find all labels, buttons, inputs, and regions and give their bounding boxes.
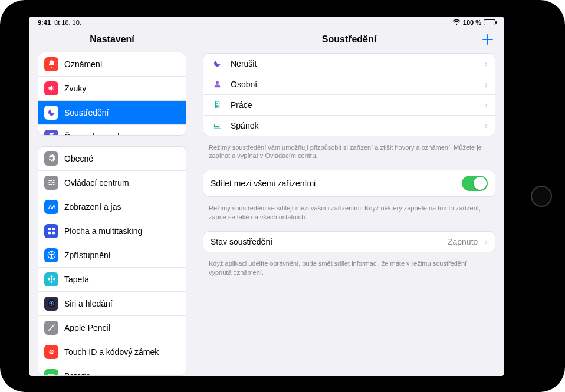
screen: 9:41 út 18. 10. 100 % Nastavení Oznámení… <box>29 17 504 376</box>
sidebar-item-label: Tapeta <box>64 275 89 284</box>
share-group: Sdílet mezi všemi zařízeními <box>203 170 495 197</box>
battery-icon <box>44 369 58 376</box>
ipad-device-frame: 9:41 út 18. 10. 100 % Nastavení Oznámení… <box>0 0 565 392</box>
sidebar-item-touch-id-a-k-dov-z-mek[interactable]: Touch ID a kódový zámek <box>38 340 186 364</box>
accessibility-icon <box>44 248 58 262</box>
fingerprint-icon <box>44 345 58 359</box>
sidebar-item-label: Ovládací centrum <box>64 178 129 187</box>
sidebar-item-label: Zpřístupnění <box>64 251 111 260</box>
focus-mode-label: Práce <box>231 100 478 110</box>
sidebar-item-label: Touch ID a kódový zámek <box>64 347 159 357</box>
chevron-right-icon: › <box>485 59 488 68</box>
sidebar-item-siri-a-hled-n-[interactable]: Siri a hledání <box>38 292 186 316</box>
status-group: Stav soustředění Zapnuto › <box>203 231 495 252</box>
svg-rect-17 <box>54 375 54 376</box>
svg-text:AA: AA <box>48 205 55 210</box>
focus-mode-sp-nek[interactable]: Spánek› <box>203 116 495 136</box>
svg-point-14 <box>50 302 52 305</box>
sidebar-item-label: Zobrazení a jas <box>64 202 121 212</box>
focus-mode-label: Spánek <box>231 121 478 130</box>
person-icon <box>211 80 224 88</box>
bed-icon <box>211 121 224 130</box>
svg-rect-22 <box>216 106 218 107</box>
hourglass-icon <box>44 130 58 136</box>
sidebar-item-ozn-men-[interactable]: Oznámení <box>38 52 186 77</box>
focus-status-row[interactable]: Stav soustředění Zapnuto › <box>203 232 495 252</box>
svg-point-10 <box>48 278 50 281</box>
chevron-right-icon: › <box>485 80 488 89</box>
sidebar-item-label: Siri a hledání <box>64 299 113 308</box>
sidebar-title: Nastavení <box>29 28 195 52</box>
sidebar-item-label: Apple Pencil <box>64 323 110 332</box>
svg-rect-16 <box>49 375 53 376</box>
add-focus-button[interactable] <box>481 33 494 46</box>
status-bar: 9:41 út 18. 10. 100 % <box>29 17 504 28</box>
sidebar-item-soust-ed-n-[interactable]: Soustředění <box>38 101 186 125</box>
share-footer: Režimy soustředění se sdílejí mezi vašim… <box>195 200 504 231</box>
wifi-icon <box>452 19 461 25</box>
home-button[interactable] <box>531 186 552 207</box>
chevron-right-icon: › <box>485 121 488 130</box>
svg-rect-1 <box>48 228 50 230</box>
svg-rect-19 <box>215 101 219 108</box>
svg-point-8 <box>50 276 52 278</box>
focus-modes-group: Nerušit›Osobní›Práce›Spánek› <box>203 53 495 136</box>
sidebar-item-label: Soustředění <box>64 108 109 117</box>
svg-rect-2 <box>52 228 54 230</box>
sliders-icon <box>44 176 58 190</box>
sidebar-item-tapeta[interactable]: Tapeta <box>38 268 186 292</box>
sidebar-item-baterie[interactable]: Baterie <box>38 364 186 376</box>
sidebar-group-2: ObecnéOvládací centrumAAZobrazení a jasP… <box>38 146 186 376</box>
moon-icon <box>211 59 224 68</box>
svg-point-9 <box>50 281 52 283</box>
focus-mode-label: Osobní <box>231 80 478 89</box>
focus-mode-neru-it[interactable]: Nerušit› <box>203 54 495 74</box>
chevron-right-icon: › <box>485 100 488 110</box>
svg-point-20 <box>216 103 218 104</box>
sidebar-item--as-u-obrazovky[interactable]: Čas u obrazovky <box>38 125 186 136</box>
focus-mode-label: Nerušit <box>231 59 478 68</box>
svg-point-11 <box>53 278 55 281</box>
svg-rect-3 <box>48 232 50 234</box>
text-icon: AA <box>44 200 58 214</box>
grid-icon <box>44 224 58 238</box>
sidebar-item-zvuky[interactable]: Zvuky <box>38 77 186 101</box>
sidebar-item-label: Zvuky <box>64 84 86 93</box>
focus-mode-osobn-[interactable]: Osobní› <box>203 74 495 95</box>
bell-icon <box>44 57 58 71</box>
focus-status-label: Stav soustředění <box>211 237 441 246</box>
sidebar-item-ovl-dac-centrum[interactable]: Ovládací centrum <box>38 171 186 195</box>
status-footer: Když aplikaci udělíte oprávnění, bude sm… <box>195 256 504 286</box>
settings-sidebar: Nastavení OznámeníZvukySoustředěníČas u … <box>29 28 195 376</box>
gear-icon <box>44 151 58 166</box>
svg-point-6 <box>51 253 52 254</box>
svg-rect-21 <box>216 105 218 106</box>
sidebar-item-label: Baterie <box>64 371 90 376</box>
content-pane: Soustředění Nerušit›Osobní›Práce›Spánek›… <box>195 28 504 376</box>
focus-modes-footer: Režimy soustředění vám umožňují přizpůso… <box>195 140 504 170</box>
focus-mode-pr-ce[interactable]: Práce› <box>203 95 495 116</box>
content-title: Soustředění <box>322 34 376 45</box>
svg-point-7 <box>50 278 52 281</box>
battery-percent: 100 % <box>463 19 481 26</box>
sidebar-item-zobrazen-a-jas[interactable]: AAZobrazení a jas <box>38 195 186 219</box>
siri-icon <box>44 297 58 311</box>
sidebar-item-obecn-[interactable]: Obecné <box>38 147 186 171</box>
sidebar-item-label: Oznámení <box>64 60 103 69</box>
share-across-devices-row[interactable]: Sdílet mezi všemi zařízeními <box>203 170 495 196</box>
battery-icon <box>484 19 495 25</box>
sidebar-group-1: OznámeníZvukySoustředěníČas u obrazovky <box>38 52 186 136</box>
sidebar-item-zp-stupn-n-[interactable]: Zpřístupnění <box>38 243 186 268</box>
sidebar-item-label: Čas u obrazovky <box>64 132 126 136</box>
sidebar-item-apple-pencil[interactable]: Apple Pencil <box>38 316 186 340</box>
svg-rect-15 <box>48 374 53 375</box>
moon-icon <box>44 106 58 120</box>
sidebar-item-label: Obecné <box>64 154 93 163</box>
sidebar-item-label: Plocha a multitasking <box>64 226 142 236</box>
svg-rect-4 <box>52 232 54 234</box>
chevron-right-icon: › <box>485 237 488 246</box>
sidebar-item-plocha-a-multitasking[interactable]: Plocha a multitasking <box>38 219 186 243</box>
pencil-icon <box>44 321 58 335</box>
svg-point-18 <box>216 81 219 84</box>
share-toggle[interactable] <box>462 176 488 191</box>
